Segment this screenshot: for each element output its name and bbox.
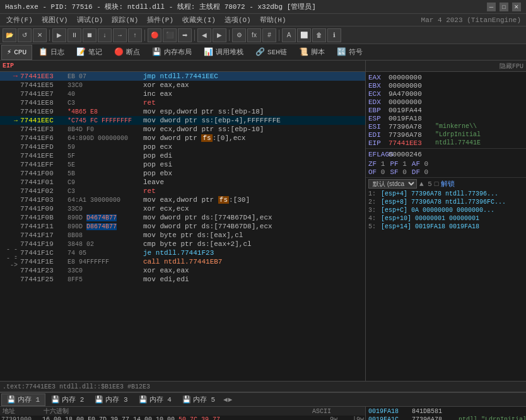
mem-nav-prev[interactable]: ◀ [223, 395, 228, 404]
stack-entry: 3: [esp+C] 0A 00000000 0000000... [368, 206, 523, 214]
disasm-mnem: inc eax [143, 90, 364, 98]
tb-step-over[interactable]: → [113, 28, 127, 42]
menu-debug[interactable]: 调试(D) [73, 14, 107, 26]
disasm-mnem: leave [143, 178, 364, 186]
tab-symbol[interactable]: 🔣 符号 [331, 45, 368, 60]
disasm-row[interactable]: 77441EE9 *4B65 E8 mov esp,dword ptr ss:[… [0, 107, 365, 116]
disasm-row[interactable]: 77441EF6 64:890D 00000000 mov dword ptr … [0, 134, 365, 143]
disasm-row[interactable]: 77441F01 C9 leave [0, 178, 365, 187]
disasm-row[interactable]: 77441F00 5B pop ebx [0, 169, 365, 178]
disasm-bytes: 33C9 [67, 206, 143, 213]
disasm-row[interactable]: - - - 77441F1C 74 05 je ntdll.77441F23 [0, 248, 365, 257]
tab-breakpoints[interactable]: 🔴 断点 [108, 45, 146, 60]
tb-step-into[interactable]: ↓ [98, 28, 112, 42]
disasm-mnem: mov eax,dword ptr fs:[30] [143, 196, 364, 204]
tb-close[interactable]: ✕ [33, 28, 47, 42]
disasm-row[interactable]: 77441EE7 40 inc eax [0, 90, 365, 98]
disasm-bytes: C3 [67, 100, 143, 107]
disasm-panel: EIP → 77441EE3 EB 07 jmp ntdll.77441EEC … [0, 61, 366, 381]
tab-symbol-label: 符号 [349, 47, 363, 57]
tb-hash[interactable]: # [262, 28, 276, 42]
tb-forward[interactable]: ▶ [213, 28, 226, 42]
tab-callstack[interactable]: 📊 调用堆栈 [198, 45, 249, 60]
tab-script[interactable]: 📜 脚本 [293, 45, 330, 60]
menu-options[interactable]: 选项(O) [221, 14, 255, 26]
mem4-label: 内存 4 [149, 395, 172, 404]
tb-info[interactable]: ℹ [327, 28, 341, 42]
tb-mem[interactable]: ⬜ [297, 28, 311, 42]
mem-row[interactable]: 77391000 16 00 18 00 F0 7D 39 77 14 00 1… [0, 416, 365, 420]
tb-fx[interactable]: fx [247, 28, 261, 42]
disasm-row[interactable]: 77441F0B 890D D4674B77 mov dword ptr ds:… [0, 213, 365, 222]
menu-file[interactable]: 文件(F) [3, 14, 37, 26]
tab-memory-layout[interactable]: 💾 内存布局 [146, 45, 197, 60]
disasm-row[interactable]: → 77441EE3 EB 07 jmp ntdll.77441EEC [0, 72, 365, 81]
mem-tab-4[interactable]: 💾 内存 4 [134, 394, 177, 406]
disasm-row[interactable]: 77441F19 3848 02 cmp byte ptr ds:[eax+2]… [0, 240, 365, 248]
disasm-row[interactable]: → 77441EEC *C745 FC FFFFFFFF mov dword p… [0, 116, 365, 125]
reg-ebx: EBX 00000000 [368, 81, 523, 90]
script-icon: 📜 [299, 47, 308, 57]
menu-view[interactable]: 视图(V) [38, 14, 72, 26]
tb-open[interactable]: 📂 [3, 28, 16, 42]
disasm-mnem: cmp byte ptr ds:[eax+2],cl [143, 240, 364, 248]
disasm-row[interactable]: 77441F11 890D D8674B77 mov dword ptr ds:… [0, 222, 365, 231]
menu-plugin[interactable]: 插件(P) [143, 14, 177, 26]
menu-help[interactable]: 帮助(H) [256, 14, 290, 26]
stack-selector[interactable]: 默认 (stdca [368, 179, 417, 189]
eflags-row: EFLAGS 00000246 [368, 150, 523, 158]
mem5-label: 内存 5 [193, 395, 215, 404]
disasm-row[interactable]: 77441EF3 8B4D F0 mov ecx,dword ptr ss:[e… [0, 125, 365, 134]
disasm-bytes: 33C0 [67, 267, 143, 274]
tb-pause[interactable]: ⏸ [67, 28, 81, 42]
disasm-row[interactable]: - - -> 77441F1E E8 94FFFFFF call ntdll.7… [0, 257, 365, 266]
mem-tab-3[interactable]: 💾 内存 3 [90, 394, 132, 406]
disasm-addr: 77441F17 [20, 231, 67, 239]
tab-cpu[interactable]: ⚡ CPU [1, 45, 32, 60]
minimize-button[interactable]: ─ [487, 3, 496, 11]
mem-tab-2[interactable]: 💾 内存 2 [46, 394, 89, 406]
disasm-row[interactable]: 77441EFF 5E pop esi [0, 160, 365, 169]
mem-tab-5[interactable]: 💾 内存 5 [177, 394, 220, 406]
tb-hw-bp[interactable]: ⬛ [163, 28, 177, 42]
disasm-row[interactable]: 77441F02 C3 ret [0, 187, 365, 195]
disasm-row[interactable]: 77441F03 64:A1 30000000 mov eax,dword pt… [0, 195, 365, 204]
mem-left-panel[interactable]: 地址 十六进制 ASCII 77391000 16 00 18 00 F0 7D… [0, 407, 366, 420]
disasm-row[interactable]: 77441F23 33C0 xor eax,eax [0, 266, 365, 275]
tb-bp[interactable]: 🔴 [148, 28, 161, 42]
disasm-row[interactable]: 77441EE8 C3 ret [0, 98, 365, 107]
disasm-addr: 77441EFF [20, 161, 67, 168]
tb-restart[interactable]: ↺ [18, 28, 32, 42]
tb-back[interactable]: ◀ [197, 28, 211, 42]
disasm-row[interactable]: 77441F25 8FF5 mov edi,edi [0, 275, 365, 284]
stack-entry: 2: [esp+8] 77396A78 ntdll.77396FC... [368, 198, 523, 206]
disasm-mnem: jmp ntdll.77441EEC [143, 73, 364, 80]
close-button[interactable]: ✕ [512, 3, 521, 11]
menu-trace[interactable]: 跟踪(N) [108, 14, 142, 26]
disasm-mnem: mov ecx,dword ptr ss:[ebp-10] [143, 125, 364, 133]
tb-stop[interactable]: ⏹ [83, 28, 96, 42]
tb-run[interactable]: ▶ [52, 28, 66, 42]
tab-seh[interactable]: 🔗 SEH链 [250, 45, 293, 60]
menu-favorites[interactable]: 收藏夹(I) [178, 14, 219, 26]
mem2-icon: 💾 [51, 395, 60, 404]
tb-step-out[interactable]: ↑ [128, 28, 142, 42]
tab-log[interactable]: 📋 日志 [33, 45, 70, 60]
disasm-row[interactable]: 77441EFD 59 pop ecx [0, 143, 365, 151]
tb-font[interactable]: A [282, 28, 296, 42]
tb-refs[interactable]: ⚙ [232, 28, 246, 42]
addr-bar: .text:77441EE3 ntdll.dll::$B1EE3 #B12E3 [0, 381, 526, 392]
disasm-row[interactable]: 77441F17 8B08 mov byte ptr ds:[eax],cl [0, 231, 365, 240]
tb-run-to[interactable]: ➡ [178, 28, 192, 42]
log-icon: 📋 [38, 47, 48, 57]
tb-del[interactable]: 🗑 [312, 28, 326, 42]
disasm-row[interactable]: 77441EFE 5F pop edi [0, 151, 365, 160]
disasm-row[interactable]: 77441F09 33C9 xor ecx,ecx [0, 204, 365, 213]
mem-nav-next[interactable]: ▶ [228, 395, 233, 404]
mem-tab-1[interactable]: 💾 内存 1 [1, 394, 45, 406]
tab-notes[interactable]: 📝 笔记 [71, 45, 108, 60]
stack-unlock[interactable]: 解锁 [441, 179, 455, 189]
disasm-area[interactable]: → 77441EE3 EB 07 jmp ntdll.77441EEC 7744… [0, 72, 365, 381]
disasm-row[interactable]: 77441EE5 33C0 xor eax,eax [0, 81, 365, 90]
maximize-button[interactable]: □ [500, 3, 508, 11]
